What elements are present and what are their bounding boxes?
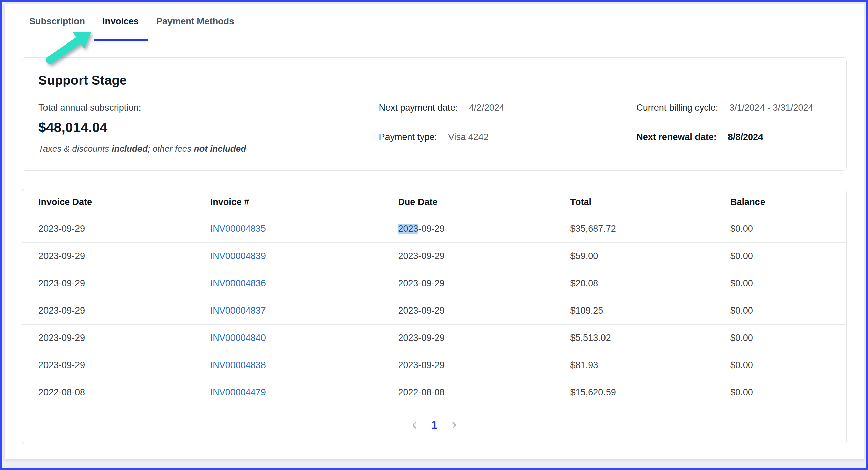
invoice-date-cell: 2023-09-29 [22, 352, 210, 379]
table-row: 2023-09-29 INV00004838 2023-09-29 $81.93… [22, 352, 846, 379]
tab-invoices[interactable]: Invoices [94, 4, 148, 41]
invoice-date-cell: 2022-08-08 [22, 379, 210, 406]
invoice-link[interactable]: INV00004840 [210, 333, 266, 343]
invoices-table: Invoice Date Invoice # Due Date Total Ba… [22, 189, 846, 406]
table-row: 2023-09-29 INV00004837 2023-09-29 $109.2… [22, 297, 846, 324]
plan-total-block: Total annual subscription: $48,014.04 Ta… [38, 102, 379, 154]
plan-cycle-block: Current billing cycle:3/1/2024 - 3/31/20… [636, 102, 830, 142]
due-date-cell: 2023-09-29 [398, 215, 570, 242]
previous-page-button[interactable] [408, 419, 421, 432]
balance-cell: $0.00 [730, 379, 846, 406]
chevron-right-icon [449, 420, 459, 430]
payment-type-field: Payment type:Visa 4242 [379, 132, 637, 142]
next-renewal-date-field: Next renewal date:8/8/2024 [636, 132, 830, 142]
balance-cell: $0.00 [730, 324, 846, 352]
plan-title: Support Stage [38, 73, 830, 88]
due-date-cell: 2023-09-29 [398, 352, 570, 379]
total-subscription-amount: $48,014.04 [38, 120, 379, 136]
invoice-date-cell: 2023-09-29 [22, 270, 210, 297]
invoice-number-cell: INV00004835 [210, 215, 398, 242]
total-cell: $15,620.59 [570, 379, 731, 406]
subscription-summary-card: Support Stage Total annual subscription:… [22, 57, 847, 171]
col-total: Total [570, 189, 731, 215]
invoice-date-cell: 2023-09-29 [22, 297, 210, 324]
balance-cell: $0.00 [730, 215, 846, 242]
next-payment-date-field: Next payment date:4/2/2024 [379, 102, 637, 113]
tab-subscription[interactable]: Subscription [21, 4, 94, 41]
invoice-number-cell: INV00004839 [210, 242, 398, 270]
page-number[interactable]: 1 [429, 419, 439, 431]
invoice-number-cell: INV00004836 [210, 270, 398, 297]
due-date-cell: 2023-09-29 [398, 270, 570, 297]
plan-payment-block: Next payment date:4/2/2024 Payment type:… [379, 102, 637, 142]
invoice-date-cell: 2023-09-29 [22, 242, 210, 270]
invoice-number-cell: INV00004840 [210, 324, 398, 352]
invoice-number-cell: INV00004838 [210, 352, 398, 379]
table-header-row: Invoice Date Invoice # Due Date Total Ba… [22, 189, 846, 215]
selected-text: 2023 [398, 224, 418, 234]
next-page-button[interactable] [447, 419, 460, 432]
chevron-left-icon [410, 420, 420, 430]
balance-cell: $0.00 [730, 352, 846, 379]
invoice-date-cell: 2023-09-29 [22, 324, 210, 352]
total-subscription-label: Total annual subscription: [38, 102, 379, 113]
total-cell: $59.00 [570, 242, 731, 270]
due-date-cell: 2023-09-29 [398, 324, 570, 352]
col-invoice-date: Invoice Date [22, 189, 210, 215]
invoice-link[interactable]: INV00004838 [210, 360, 266, 370]
table-row: 2023-09-29 INV00004836 2023-09-29 $20.08… [22, 270, 846, 297]
invoice-link[interactable]: INV00004835 [210, 224, 266, 234]
invoice-link[interactable]: INV00004839 [210, 251, 266, 261]
billing-cycle-field: Current billing cycle:3/1/2024 - 3/31/20… [636, 102, 830, 113]
invoice-link[interactable]: INV00004836 [210, 278, 266, 288]
invoices-table-card: Invoice Date Invoice # Due Date Total Ba… [22, 189, 847, 444]
col-due-date: Due Date [398, 189, 570, 215]
total-cell: $35,687.72 [570, 215, 731, 242]
table-row: 2023-09-29 INV00004835 2023-09-29 $35,68… [22, 215, 846, 242]
total-cell: $20.08 [570, 270, 731, 297]
table-row: 2022-08-08 INV00004479 2022-08-08 $15,62… [22, 379, 846, 406]
tab-payment-methods[interactable]: Payment Methods [148, 4, 243, 41]
table-row: 2023-09-29 INV00004840 2023-09-29 $5,513… [22, 324, 846, 352]
invoice-date-cell: 2023-09-29 [22, 215, 210, 242]
pagination: 1 [22, 406, 846, 444]
balance-cell: $0.00 [730, 242, 846, 270]
billing-panel: Subscription Invoices Payment Methods Su… [5, 4, 864, 459]
invoice-number-cell: INV00004837 [210, 297, 398, 324]
balance-cell: $0.00 [730, 297, 846, 324]
total-cell: $109.25 [570, 297, 731, 324]
due-date-cell: 2022-08-08 [398, 379, 570, 406]
due-date-cell: 2023-09-29 [398, 297, 570, 324]
due-date-cell: 2023-09-29 [398, 242, 570, 270]
total-cell: $5,513.02 [570, 324, 731, 352]
invoices-tab-content: Support Stage Total annual subscription:… [5, 57, 864, 444]
col-balance: Balance [730, 189, 846, 215]
billing-tabbar: Subscription Invoices Payment Methods [5, 4, 864, 41]
invoice-number-cell: INV00004479 [210, 379, 398, 406]
taxes-note: Taxes & discounts included; other fees n… [38, 144, 379, 154]
invoice-link[interactable]: INV00004479 [210, 387, 266, 398]
col-invoice-number: Invoice # [210, 189, 398, 215]
table-row: 2023-09-29 INV00004839 2023-09-29 $59.00… [22, 242, 846, 270]
invoice-link[interactable]: INV00004837 [210, 305, 266, 316]
total-cell: $81.93 [570, 352, 731, 379]
balance-cell: $0.00 [730, 270, 846, 297]
